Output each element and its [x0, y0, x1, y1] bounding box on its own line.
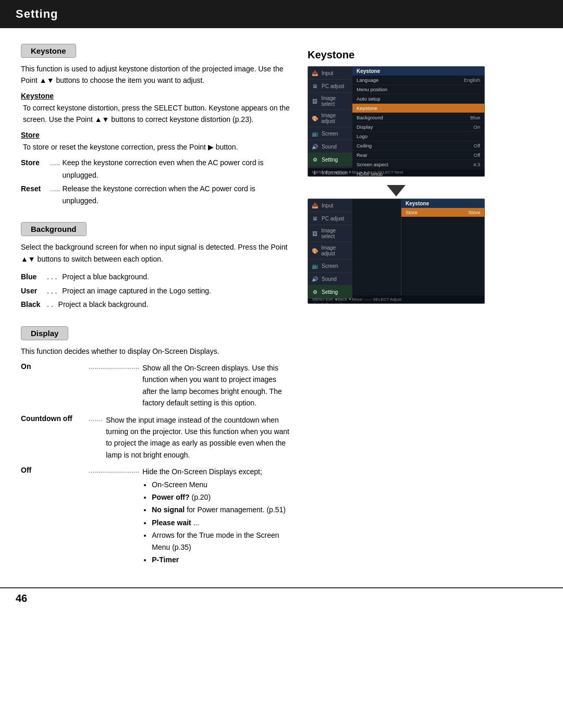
disp-val-intro: Hide the On-Screen Displays except;	[142, 467, 262, 476]
menu-screenshot-1: 📥Input🖥PC adjust🖼Image select🎨Image adju…	[308, 66, 485, 177]
background-options: Blue. . . Project a blue background.User…	[21, 270, 292, 312]
keystone-section: Keystone This function is used to adjust…	[21, 44, 292, 207]
sidebar-icon: 📺	[311, 130, 319, 137]
bg-opt-label: User	[21, 284, 44, 298]
menu1-row-key: Ceiling	[357, 143, 372, 149]
menu1-row-val: On	[473, 124, 480, 130]
store-reset-block: Store ..... Keep the keystone correction…	[21, 157, 292, 207]
disp-val: Show all the On-Screen displays. Use thi…	[142, 362, 292, 409]
store-label: Store	[21, 157, 48, 182]
sidebar-icon: ⚙	[311, 156, 319, 163]
sidebar-icon: 🔊	[311, 275, 319, 282]
disp-list-item: P-Timer	[152, 554, 292, 565]
sidebar-label: PC adjust	[322, 216, 344, 221]
menu1-panel-row: Screen aspect4:3	[352, 160, 484, 169]
disp-dots: .........................	[89, 466, 139, 474]
menu1-sidebar-item: ⚙Setting	[308, 153, 352, 166]
menu1-panel-row: Logo	[352, 132, 484, 141]
sidebar-icon: 🎨	[311, 115, 318, 122]
reset-label: Reset	[21, 183, 48, 208]
disp-val-text: Show all the On-Screen displays. Use thi…	[142, 364, 282, 407]
menu1-panel-row: RearOff	[352, 151, 484, 160]
menu1-sidebar-item: 📥Input	[308, 67, 352, 80]
bg-opt-dots: . . .	[47, 270, 59, 284]
bg-opt-text: Project an image captured in the Logo se…	[62, 284, 211, 298]
bg-opt-label: Blue	[21, 270, 44, 284]
menu1-sidebar-item: 🖥PC adjust	[308, 80, 352, 93]
background-option: Black. . Project a black background.	[21, 298, 292, 312]
menu1-row-key: Menu position	[357, 87, 387, 92]
store-text: Keep the keystone correction even when t…	[62, 157, 292, 182]
menu2-sidebar-item: 🖼Image select	[308, 225, 352, 242]
right-column: Keystone 📥Input🖥PC adjust🖼Image select🎨I…	[308, 44, 547, 572]
disp-dots: .........................	[89, 362, 139, 371]
background-option: Blue. . . Project a blue background.	[21, 270, 292, 284]
sidebar-icon: 🖼	[311, 230, 318, 237]
sidebar-label: Image select	[321, 228, 349, 239]
keystone-sub2-title: Store	[21, 131, 292, 139]
keystone-description: This function is used to adjust keystone…	[21, 63, 292, 87]
background-option: User. . . Project an image captured in t…	[21, 284, 292, 298]
bg-opt-dots: . . .	[47, 284, 59, 298]
disp-list-item: Power off? (p.20)	[152, 491, 292, 503]
display-option: Countdown off ....... Show the input ima…	[21, 414, 292, 461]
reset-text: Release the keystone correction when the…	[62, 183, 292, 208]
display-options: On ......................... Show all th…	[21, 362, 292, 566]
menu2-sidebar-item: 📥Input	[308, 199, 352, 212]
bg-opt-text: Project a blue background.	[62, 270, 149, 284]
menu2-sidebar-item: 📺Screen	[308, 260, 352, 273]
reset-row: Reset ..... Release the keystone correct…	[21, 183, 292, 208]
disp-val: Hide the On-Screen Displays except;On-Sc…	[142, 466, 292, 566]
menu1-row-key: Language	[357, 77, 378, 83]
menu1-row-key: Auto setup	[357, 96, 380, 102]
sidebar-icon: 🎨	[311, 247, 318, 254]
menu-sidebar-2: 📥Input🖥PC adjust🖼Image select🎨Image adju…	[308, 199, 352, 295]
sidebar-label: Screen	[322, 131, 338, 137]
sidebar-icon: 🖥	[311, 82, 319, 90]
menu2-sub-row: StoreStore	[401, 208, 484, 217]
display-section: Display This function decides whether to…	[21, 326, 292, 567]
menu1-sidebar-item: 🎨Image adjust	[308, 110, 352, 127]
background-section: Background Select the background screen …	[21, 222, 292, 312]
menu1-row-val: English	[464, 77, 480, 83]
display-description: This function decides whether to display…	[21, 346, 292, 357]
page-title: Setting	[16, 7, 58, 21]
bg-opt-label: Black	[21, 298, 44, 312]
menu1-row-key: Screen aspect	[357, 162, 388, 167]
disp-list-item: No signal for Power management. (p.51)	[152, 504, 292, 515]
display-option: Off ......................... Hide the O…	[21, 466, 292, 566]
sidebar-label: Input	[322, 203, 333, 208]
background-badge: Background	[21, 222, 87, 236]
sidebar-label: Image select	[321, 95, 349, 107]
menu1-row-val: Off	[474, 143, 481, 149]
disp-list-item: Please wait ...	[152, 517, 292, 528]
sidebar-label: Information	[322, 302, 348, 304]
disp-key: Countdown off	[21, 414, 89, 423]
disp-key: Off	[21, 466, 89, 474]
bg-opt-dots: . .	[47, 298, 55, 312]
background-description: Select the background screen for when no…	[21, 241, 292, 265]
sidebar-label: Sound	[322, 144, 337, 150]
disp-list-item: On-Screen Menu	[152, 479, 292, 490]
menu2-sub-key: Store	[406, 209, 418, 215]
menu1-sidebar-item: 🔊Sound	[308, 140, 352, 153]
sidebar-label: Input	[322, 70, 333, 76]
menu1-row-key: Display	[357, 124, 373, 130]
sidebar-icon: ⚙	[311, 288, 319, 295]
sidebar-icon: 📺	[311, 262, 319, 269]
sidebar-label: Screen	[322, 263, 338, 269]
sidebar-label: Image adjust	[321, 245, 349, 256]
sidebar-icon: 📥	[311, 202, 319, 209]
page-header: Setting	[0, 0, 563, 28]
sidebar-label: Sound	[322, 276, 337, 282]
disp-list-item: Arrows for the True mode in the Screen M…	[152, 529, 292, 553]
sidebar-icon: 🖥	[311, 215, 319, 222]
display-badge: Display	[21, 326, 68, 340]
sidebar-label: Setting	[322, 289, 338, 295]
left-column: Keystone This function is used to adjust…	[21, 44, 292, 572]
arrow-down-icon	[387, 185, 406, 196]
keystone-sub1-title: Keystone	[21, 92, 292, 100]
sidebar-icon: 🔊	[311, 143, 319, 150]
reset-dots: .....	[50, 183, 60, 208]
menu2-main: Keystone StoreStore	[352, 199, 484, 295]
